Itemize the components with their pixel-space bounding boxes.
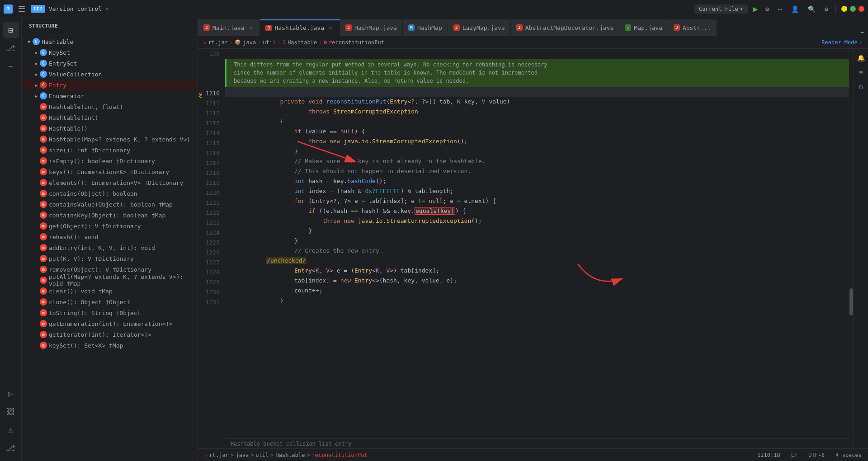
line-ending-indicator[interactable]: LF [788, 451, 800, 459]
structure-icon[interactable]: ≡ [856, 67, 867, 78]
tree-item-tostring[interactable]: m toString(): String †Object [22, 307, 198, 318]
line-number: 1219 [198, 178, 225, 188]
tab-label: LazyMap.java [462, 24, 505, 31]
divider [835, 5, 836, 14]
run-config-icon[interactable]: ▷ [3, 385, 19, 401]
current-file-button[interactable]: Current File ▾ [694, 5, 748, 14]
tree-item-contains[interactable]: m contains(Object): boolean [22, 188, 198, 199]
project-badge[interactable]: CC7 [31, 5, 45, 13]
settings-button[interactable]: ⚙ [764, 4, 771, 14]
title-bar-right: Current File ▾ ▶ ⚙ ⋯ 👤 🔍 ⚙ [694, 4, 864, 14]
code-area[interactable]: public class Hashtable<K, V> 💡 This diff… [225, 49, 849, 448]
tree-item-isempty[interactable]: m isEmpty(): boolean †Dictionary [22, 155, 198, 166]
bookmark-icon[interactable]: m [856, 81, 867, 92]
mini-scrollbar[interactable] [849, 49, 854, 448]
tab-close-button[interactable]: ✕ [247, 24, 254, 31]
run-button[interactable]: ▶ [753, 4, 758, 14]
position-indicator[interactable]: 1210:18 [755, 451, 783, 459]
sidebar-content[interactable]: ▼ C Hashtable ▶ C KeySet ▶ C EntrySet ▶ … [22, 34, 198, 461]
editor-area: J Main.java ✕ J Hashtable.java ✕ J HashM… [198, 18, 868, 461]
tab-hashmap-java[interactable]: J HashMap.java [340, 19, 403, 36]
code-line-1220: for (Entry<?, ?> e = tab[index]; e != nu… [225, 186, 849, 196]
jar-label: rt.jar [209, 452, 229, 458]
tree-item-entryset[interactable]: ▶ C EntrySet [22, 58, 198, 69]
minimize-button[interactable] [841, 6, 847, 12]
line-gutter: 130 @ 1210 1211 1212 1213 1214 1215 1216… [198, 49, 225, 448]
tab-hashmap[interactable]: M HashMap [403, 19, 448, 36]
breadcrumb-item[interactable]: Hashtable [288, 39, 317, 46]
tree-label: EntrySet [49, 60, 77, 67]
search-button[interactable]: 🔍 [806, 4, 817, 14]
tree-item-get[interactable]: m get(Object): V †Dictionary [22, 221, 198, 231]
tree-item-hashtable-default[interactable]: m Hashtable() [22, 123, 198, 134]
tree-item-addentry[interactable]: m addEntry(int, K, V, int): void [22, 242, 198, 253]
code-line-130: public class Hashtable<K, V> [225, 49, 849, 59]
tree-item-containskey[interactable]: m containsKey(Object): boolean †Map [22, 210, 198, 221]
tab-abstr[interactable]: J Abstr... [668, 19, 717, 36]
tree-item-rehash[interactable]: m rehash(): void [22, 231, 198, 242]
notifications-icon[interactable]: 🔔 [856, 52, 867, 63]
encoding-indicator[interactable]: UTF-8 [806, 451, 827, 459]
image-icon[interactable]: 🖼 [3, 403, 19, 419]
tree-item-clone[interactable]: m clone(): Object †Object [22, 296, 198, 307]
tree-item-hashtable-map[interactable]: m Hashtable(Map<? extends K, ? extends V… [22, 134, 198, 145]
tree-label: Hashtable [42, 38, 73, 45]
jar-path[interactable]: ☕ rt.jar > java > util > Hashtable > rec… [202, 451, 370, 459]
tree-item-keyset[interactable]: ▶ C KeySet [22, 47, 198, 58]
status-bar: ☕ rt.jar > java > util > Hashtable > rec… [198, 448, 868, 461]
tab-map-java[interactable]: ✓ Map.java [619, 19, 668, 36]
indent-indicator[interactable]: 4 spaces [833, 451, 864, 459]
tree-item-getenumeration[interactable]: m getEnumeration(int): Enumeration<T> [22, 318, 198, 329]
tree-item-valuecollection[interactable]: ▶ C ValueCollection [22, 69, 198, 80]
code-line-1226: /unchecked/ [225, 246, 849, 256]
tree-item-put[interactable]: m put(K, V): V †Dictionary [22, 253, 198, 264]
breadcrumb-sep: > [231, 452, 234, 458]
project-name[interactable]: Version control [49, 5, 102, 12]
tree-item-hashtable-int[interactable]: m Hashtable(int) [22, 112, 198, 123]
user-button[interactable]: 👤 [789, 4, 801, 14]
tree-item-getiterator[interactable]: m getIterator(int): Iterator<T> [22, 329, 198, 340]
tree-item-hashtable[interactable]: ▼ C Hashtable [22, 36, 198, 47]
tab-bar[interactable]: J Main.java ✕ J Hashtable.java ✕ J HashM… [198, 18, 868, 36]
breadcrumb-item[interactable]: util [263, 39, 276, 46]
tree-item-clear[interactable]: m clear(): void †Map [22, 286, 198, 296]
close-button[interactable] [859, 6, 864, 12]
breadcrumb-item[interactable]: reconstitutionPut [329, 39, 384, 46]
project-icon[interactable]: ⊟ [3, 22, 19, 38]
tab-hashtable-java[interactable]: J Hashtable.java ✕ [260, 19, 340, 36]
tab-abstractmapdecorator[interactable]: J AbstractMapDecorator.java [511, 19, 620, 36]
more-tabs-button[interactable]: ⋯ [861, 29, 864, 36]
tree-item-keys[interactable]: m keys(): Enumeration<K> †Dictionary [22, 166, 198, 177]
reader-mode-button[interactable]: Reader Mode ✓ [821, 39, 863, 46]
maximize-button[interactable] [850, 6, 856, 12]
tree-item-enumerator[interactable]: ▶ C Enumerator [22, 90, 198, 101]
git-bottom-icon[interactable]: ⎇ [3, 439, 19, 456]
line-number: 1229 [198, 278, 225, 287]
code-line-1231 [225, 296, 849, 306]
tab-main-java[interactable]: J Main.java ✕ [198, 19, 260, 36]
breadcrumb-item[interactable]: rt.jar [208, 39, 228, 46]
tab-lazymap[interactable]: J LazyMap.java [448, 19, 511, 36]
tree-item-elements[interactable]: m elements(): Enumeration<V> †Dictionary [22, 177, 198, 188]
more-button[interactable]: ⋯ [776, 4, 783, 14]
code-line-1219: int index = (hash & 0x7FFFFFFF) % tab.le… [225, 176, 849, 186]
breadcrumb-item[interactable]: java [243, 39, 256, 46]
chevron-right-icon: ▶ [33, 49, 40, 56]
tab-close-button[interactable]: ✕ [327, 24, 334, 32]
scrollbar-thumb[interactable] [849, 288, 853, 315]
code-line-1214: throw new java.io.StreamCorruptedExcepti… [225, 127, 849, 136]
code-line-1229: count++; [225, 276, 849, 286]
chevron-down-icon[interactable]: ▾ [105, 6, 108, 12]
tree-item-hashtable-int-float[interactable]: m Hashtable(int, float) [22, 101, 198, 112]
error-icon[interactable]: ⚠ [3, 421, 19, 437]
tree-item-keyset[interactable]: m keySet(): Set<K> †Map [22, 340, 198, 351]
tree-item-size[interactable]: m size(): int †Dictionary [22, 145, 198, 155]
tree-item-entry[interactable]: ▶ C Entry [22, 80, 198, 90]
tree-item-putall[interactable]: m putAll(Map<? extends K, ? extends V>):… [22, 275, 198, 286]
dots-icon[interactable]: ⋯ [3, 58, 19, 74]
hamburger-button[interactable]: ☰ [16, 2, 27, 15]
tree-item-containsvalue[interactable]: m containsValue(Object): boolean †Map [22, 199, 198, 210]
git-icon[interactable]: ⎇ [3, 40, 19, 56]
breadcrumb-separator: › [258, 39, 261, 46]
gear-icon[interactable]: ⚙ [823, 4, 830, 14]
